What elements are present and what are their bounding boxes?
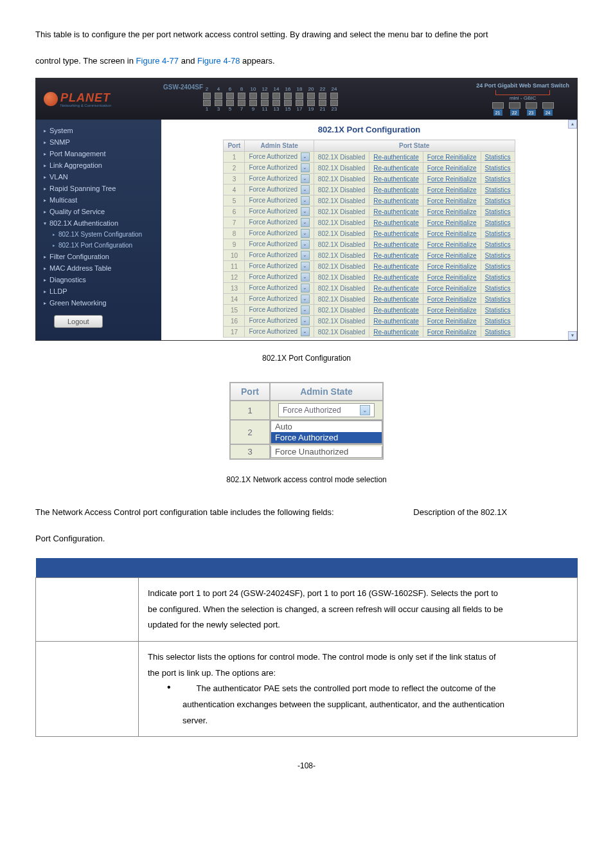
cell-stats[interactable]: Statistics (481, 250, 515, 261)
sidebar-item[interactable]: VLAN (36, 171, 161, 183)
cell-reinit[interactable]: Force Reinitialize (423, 152, 481, 163)
scroll-down-icon[interactable]: ▾ (568, 331, 577, 340)
cell-admin[interactable]: Force Authorized ⌄ (245, 185, 314, 195)
sidebar-item[interactable]: 802.1X System Configuration (36, 229, 161, 240)
cell-admin[interactable]: Force Authorized ⌄ (245, 228, 314, 239)
cell-admin[interactable]: Force Authorized ⌄ (245, 261, 314, 272)
sidebar-item[interactable]: SNMP (36, 136, 161, 148)
cell-reauth[interactable]: Re-authenticate (369, 305, 423, 316)
cell-admin[interactable]: Force Authorized ⌄ (245, 152, 314, 163)
chevron-down-icon[interactable]: ⌄ (301, 251, 310, 260)
cell-stats[interactable]: Statistics (481, 283, 515, 294)
dd-option-force-unauth[interactable]: Force Unauthorized (271, 446, 382, 457)
cell-reinit[interactable]: Force Reinitialize (423, 294, 481, 305)
dd-option-force-auth[interactable]: Force Authorized (271, 432, 382, 443)
cell-stats[interactable]: Statistics (481, 261, 515, 272)
cell-reinit[interactable]: Force Reinitialize (423, 217, 481, 228)
dd-option-auto[interactable]: Auto (271, 421, 382, 432)
cell-admin[interactable]: Force Authorized ⌄ (245, 294, 314, 305)
chevron-down-icon[interactable]: ⌄ (301, 327, 310, 336)
cell-stats[interactable]: Statistics (481, 174, 515, 185)
cell-reauth[interactable]: Re-authenticate (369, 294, 423, 305)
sidebar-item[interactable]: Green Networking (36, 297, 161, 309)
chevron-down-icon[interactable]: ⌄ (301, 196, 310, 205)
sidebar-item[interactable]: LLDP (36, 285, 161, 297)
cell-reinit[interactable]: Force Reinitialize (423, 163, 481, 174)
chevron-down-icon[interactable]: ⌄ (360, 405, 370, 415)
cell-admin[interactable]: Force Authorized ⌄ (245, 272, 314, 283)
chevron-down-icon[interactable]: ⌄ (301, 305, 310, 314)
sidebar-item[interactable]: Port Management (36, 148, 161, 159)
cell-admin[interactable]: Force Authorized ⌄ (245, 174, 314, 185)
sidebar-item[interactable]: Link Aggregation (36, 159, 161, 171)
sidebar-item[interactable]: Diagnostics (36, 274, 161, 285)
cell-reinit[interactable]: Force Reinitialize (423, 239, 481, 250)
cell-reauth[interactable]: Re-authenticate (369, 261, 423, 272)
chevron-down-icon[interactable]: ⌄ (301, 174, 310, 183)
cell-stats[interactable]: Statistics (481, 163, 515, 174)
cell-stats[interactable]: Statistics (481, 316, 515, 327)
cell-reauth[interactable]: Re-authenticate (369, 228, 423, 239)
cell-reauth[interactable]: Re-authenticate (369, 327, 423, 338)
sidebar-item[interactable]: 802.1X Authentication (36, 217, 161, 229)
sidebar-item[interactable]: MAC Address Table (36, 262, 161, 274)
cell-reinit[interactable]: Force Reinitialize (423, 174, 481, 185)
cell-reinit[interactable]: Force Reinitialize (423, 316, 481, 327)
cell-reauth[interactable]: Re-authenticate (369, 272, 423, 283)
cell-reinit[interactable]: Force Reinitialize (423, 272, 481, 283)
sidebar-item[interactable]: Multicast (36, 194, 161, 206)
cell-reauth[interactable]: Re-authenticate (369, 174, 423, 185)
chevron-down-icon[interactable]: ⌄ (301, 229, 310, 238)
cell-stats[interactable]: Statistics (481, 294, 515, 305)
cell-reinit[interactable]: Force Reinitialize (423, 305, 481, 316)
chevron-down-icon[interactable]: ⌄ (301, 284, 310, 293)
chevron-down-icon[interactable]: ⌄ (301, 316, 310, 325)
cell-stats[interactable]: Statistics (481, 305, 515, 316)
chevron-down-icon[interactable]: ⌄ (301, 273, 310, 282)
cell-reauth[interactable]: Re-authenticate (369, 152, 423, 163)
cell-admin[interactable]: Force Authorized ⌄ (245, 305, 314, 316)
cell-stats[interactable]: Statistics (481, 185, 515, 195)
cell-stats[interactable]: Statistics (481, 228, 515, 239)
admin-state-dropdown[interactable]: Force Authorized ⌄ (278, 403, 375, 417)
cell-admin[interactable]: Force Authorized ⌄ (245, 217, 314, 228)
chevron-down-icon[interactable]: ⌄ (301, 218, 310, 227)
cell-reauth[interactable]: Re-authenticate (369, 206, 423, 217)
chevron-down-icon[interactable]: ⌄ (301, 207, 310, 216)
sidebar-item[interactable]: 802.1X Port Configuration (36, 240, 161, 251)
chevron-down-icon[interactable]: ⌄ (301, 262, 310, 271)
cell-reauth[interactable]: Re-authenticate (369, 283, 423, 294)
cell-reinit[interactable]: Force Reinitialize (423, 206, 481, 217)
logout-button[interactable]: Logout (54, 315, 103, 328)
chevron-down-icon[interactable]: ⌄ (301, 294, 310, 303)
sidebar-item[interactable]: Filter Configuration (36, 251, 161, 262)
cell-reinit[interactable]: Force Reinitialize (423, 228, 481, 239)
cell-admin[interactable]: Force Authorized ⌄ (245, 163, 314, 174)
dropdown-open-list[interactable]: Auto Force Authorized (271, 420, 382, 444)
cell-admin[interactable]: Force Authorized ⌄ (245, 195, 314, 206)
cell-reinit[interactable]: Force Reinitialize (423, 250, 481, 261)
cell-stats[interactable]: Statistics (481, 152, 515, 163)
cell-stats[interactable]: Statistics (481, 327, 515, 338)
cell-admin[interactable]: Force Authorized ⌄ (245, 239, 314, 250)
cell-admin[interactable]: Force Authorized ⌄ (245, 206, 314, 217)
cell-admin[interactable]: Force Authorized ⌄ (245, 316, 314, 327)
chevron-down-icon[interactable]: ⌄ (301, 185, 310, 194)
cell-reauth[interactable]: Re-authenticate (369, 217, 423, 228)
chevron-down-icon[interactable]: ⌄ (301, 240, 310, 249)
sidebar-item[interactable]: Quality of Service (36, 206, 161, 217)
sidebar-item[interactable]: Rapid Spanning Tree (36, 183, 161, 194)
sidebar-item[interactable]: System (36, 125, 161, 136)
scroll-up-icon[interactable]: ▴ (568, 120, 577, 129)
cell-stats[interactable]: Statistics (481, 206, 515, 217)
chevron-down-icon[interactable]: ⌄ (301, 163, 310, 172)
cell-stats[interactable]: Statistics (481, 239, 515, 250)
cell-reinit[interactable]: Force Reinitialize (423, 185, 481, 195)
cell-admin[interactable]: Force Authorized ⌄ (245, 327, 314, 338)
figure-link-2[interactable]: Figure 4-78 (197, 56, 240, 66)
cell-reinit[interactable]: Force Reinitialize (423, 195, 481, 206)
cell-reauth[interactable]: Re-authenticate (369, 195, 423, 206)
cell-reauth[interactable]: Re-authenticate (369, 185, 423, 195)
figure-link-1[interactable]: Figure 4-77 (136, 56, 179, 66)
cell-reauth[interactable]: Re-authenticate (369, 239, 423, 250)
